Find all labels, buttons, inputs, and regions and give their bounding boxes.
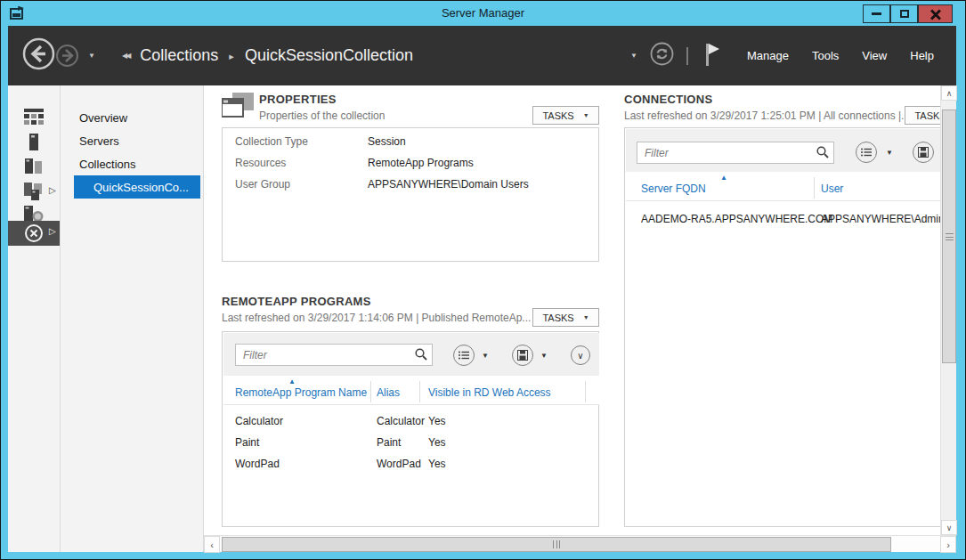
scroll-down-button[interactable]: ∨ (941, 520, 957, 535)
breadcrumb: ◀◀ Collections ▸ QuickSessionCollection (122, 26, 413, 85)
column-header-alias[interactable]: Alias (377, 386, 400, 399)
horizontal-scrollbar-thumb[interactable] (222, 537, 891, 552)
window-title: Server Manager (1, 1, 965, 26)
scroll-right-button[interactable]: › (940, 536, 956, 553)
column-divider (585, 381, 586, 402)
titlebar: Server Manager (1, 1, 965, 26)
column-header-name[interactable]: RemoteApp Program Name (235, 386, 367, 399)
collapse-panel-button[interactable]: ∨ (571, 345, 590, 365)
sidebar-item-overview[interactable]: Overview (72, 108, 202, 127)
minimize-icon (872, 12, 881, 15)
connections-row[interactable]: AADEMO-RA5.APPSANYWHERE.COM APPSANYWHERE… (626, 213, 940, 232)
column-header-user[interactable]: User (821, 183, 843, 195)
menu-manage[interactable]: Manage (747, 49, 789, 62)
chevron-right-icon: › (946, 540, 950, 550)
menu-tools[interactable]: Tools (812, 49, 839, 62)
scrollbar-grip-icon (553, 540, 560, 548)
save-icon (517, 350, 528, 361)
cell-alias: WordPad (377, 458, 421, 470)
list-view-button[interactable] (856, 142, 877, 163)
remoteapp-filter (235, 344, 433, 366)
all-servers-icon (25, 158, 43, 174)
refresh-button[interactable] (650, 42, 674, 69)
back-button[interactable] (22, 37, 55, 74)
navigation-bar: ▼ ◀◀ Collections ▸ QuickSessionCollectio… (8, 26, 956, 85)
column-header-visible[interactable]: Visible in RD Web Access (428, 386, 551, 399)
breadcrumb-current[interactable]: QuickSessionCollection (245, 46, 413, 65)
maximize-button[interactable] (890, 4, 918, 23)
save-query-dropdown-icon[interactable]: ▼ (540, 352, 548, 360)
sort-ascending-icon: ▲ (288, 377, 296, 386)
breadcrumb-collections[interactable]: Collections (140, 46, 218, 65)
chevron-left-icon: ‹ (210, 540, 214, 550)
list-view-dropdown-icon[interactable]: ▼ (886, 149, 893, 157)
scrollbar-grip-icon (946, 233, 954, 240)
list-view-dropdown-icon[interactable]: ▼ (482, 352, 489, 360)
sidebar-item-remote-desktop-services[interactable]: ▷ (8, 221, 60, 246)
scroll-left-button[interactable]: ‹ (204, 536, 220, 553)
filter-input[interactable] (235, 344, 433, 366)
connections-tasks-button[interactable]: TASKS ▼ (905, 106, 940, 125)
expander-icon[interactable]: ▷ (49, 185, 56, 195)
vertical-scrollbar-thumb[interactable] (942, 110, 956, 363)
remoteapp-row[interactable]: Calculator Calculator Yes (223, 415, 599, 434)
cell-alias: Paint (377, 436, 401, 449)
minimize-button[interactable] (863, 4, 890, 23)
sidebar-item-collections[interactable]: Collections (72, 154, 202, 174)
connections-box: ▼ ▼ ▲ Server FQDN User AADEMO-RA5.APPSAN… (624, 127, 940, 527)
tasks-label: TASKS (914, 110, 940, 121)
sidebar-item-quicksessioncollection[interactable]: QuickSessionCo... (74, 175, 200, 199)
save-query-button[interactable] (913, 142, 934, 163)
menu-view[interactable]: View (862, 49, 887, 62)
sidebar-item-servers[interactable]: Servers (72, 131, 202, 150)
refresh-dropdown-icon[interactable]: ▼ (630, 52, 637, 60)
breadcrumb-separator-icon: ▸ (229, 51, 234, 62)
breadcrumb-scrollback-icon[interactable]: ◀◀ (122, 52, 129, 60)
iis-icon (24, 206, 44, 223)
remote-desktop-services-icon (24, 223, 44, 243)
horizontal-scrollbar[interactable]: ‹ › (204, 535, 956, 552)
properties-box: Collection Type Session Resources Remote… (222, 127, 599, 262)
tasks-label: TASKS (542, 312, 573, 323)
scroll-up-button[interactable]: ∧ (941, 85, 957, 101)
property-label: Collection Type (235, 135, 308, 148)
cell-name: Calculator (235, 415, 283, 427)
sidebar-item-dashboard[interactable] (8, 105, 60, 128)
property-row: Collection Type Session (223, 135, 598, 157)
sidebar-icon-divider (60, 85, 61, 552)
remoteapp-box: ▼ ▼ ∨ ▲ RemoteApp Program Name Alias Vis… (222, 331, 599, 527)
save-query-button[interactable] (512, 345, 533, 366)
server-manager-window: Server Manager ▼ ◀◀ Collections ▸ QuickS… (0, 0, 966, 560)
close-button[interactable] (918, 4, 953, 23)
column-header-fqdn[interactable]: Server FQDN (641, 183, 706, 195)
maximize-icon (900, 10, 909, 18)
notifications-flag-icon[interactable] (702, 41, 722, 71)
filter-input[interactable] (637, 142, 834, 164)
properties-tasks-button[interactable]: TASKS ▼ (532, 106, 599, 125)
expander-icon[interactable]: ▷ (49, 226, 56, 236)
column-divider (814, 177, 815, 199)
remoteapp-row[interactable]: WordPad WordPad Yes (223, 458, 599, 477)
cell-visible: Yes (428, 458, 446, 470)
remoteapp-row[interactable]: Paint Paint Yes (223, 436, 599, 456)
list-view-button[interactable] (453, 345, 475, 366)
search-icon[interactable] (415, 348, 427, 364)
sidebar-item-local-server[interactable] (8, 130, 60, 153)
dashboard-icon (24, 109, 44, 125)
chevron-down-icon: ∨ (946, 523, 953, 532)
search-icon[interactable] (816, 146, 829, 162)
menu-help[interactable]: Help (910, 49, 934, 62)
properties-title: PROPERTIES (259, 93, 337, 106)
caret-down-icon: ▼ (583, 314, 589, 321)
sidebar-item-file-storage-services[interactable]: ▷ (8, 180, 60, 203)
navbar-right-cluster: ▼ Manage Tools View Help (630, 26, 934, 85)
history-dropdown-icon[interactable]: ▼ (88, 52, 95, 60)
properties-subtitle: Properties of the collection (259, 110, 385, 122)
property-label: User Group (235, 178, 290, 191)
vertical-scrollbar[interactable]: ∧ ∨ (940, 85, 956, 535)
forward-button[interactable] (55, 44, 79, 71)
remoteapp-tasks-button[interactable]: TASKS ▼ (532, 308, 599, 327)
properties-panel-icon (222, 93, 256, 125)
sidebar-item-all-servers[interactable] (8, 155, 60, 178)
connections-toolbar: ▼ ▼ (626, 129, 940, 172)
